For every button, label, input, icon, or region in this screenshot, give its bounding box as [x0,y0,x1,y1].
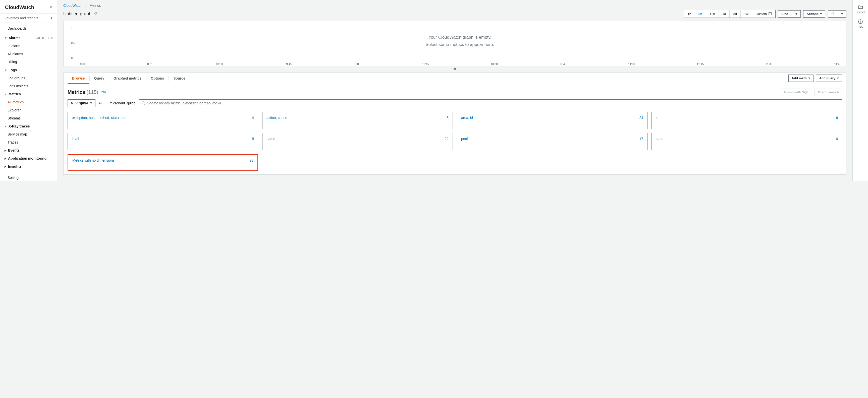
graph-type-select[interactable]: Line [778,10,801,18]
sidebar-item-all-metrics[interactable]: All metrics [0,98,57,106]
sidebar-group-metrics[interactable]: ▼ Metrics [0,90,57,98]
sidebar-item-dashboards[interactable]: Dashboards [0,24,57,32]
tab-browse[interactable]: Browse [68,73,89,84]
region-select[interactable]: N. Virginia [68,99,95,107]
alarm-badges: △0 ⊘0 ⊖0 [36,36,53,40]
chart-area: 1 0.5 0 Your CloudWatch graph is empty. … [63,21,846,66]
svg-text:i: i [860,20,861,23]
time-range-3d[interactable]: 3d [730,10,740,18]
y-tick: 0 [71,57,72,60]
close-icon[interactable]: ✕ [49,5,53,10]
alarm-badge-ok: ⊘0 [42,36,46,40]
refresh-icon [831,12,835,16]
search-input[interactable] [147,101,839,105]
sidebar: CloudWatch ✕ Favorites and recents Dashb… [0,0,57,181]
sidebar-group-logs[interactable]: ▼ Logs [0,66,57,74]
breadcrumb-root[interactable]: CloudWatch [63,3,82,7]
breadcrumb-sep-icon: › [105,101,107,105]
main-content: CloudWatch › Metrics Untitled graph 1h 3… [57,0,852,181]
dimension-card[interactable]: pool17 [457,133,648,150]
xray-label: X-Ray traces [8,124,30,128]
calendar-icon [768,12,772,16]
sidebar-group-xray[interactable]: ▼ X-Ray traces [0,122,57,130]
metric-search[interactable] [138,99,842,107]
tab-options[interactable]: Options [146,73,168,84]
search-icon [142,101,145,105]
actions-button[interactable]: Actions [803,10,825,18]
x-axis: 09:00 09:15 09:30 09:45 10:00 10:15 10:3… [79,62,841,66]
tab-query[interactable]: Query [90,73,109,84]
sidebar-item-settings[interactable]: Settings [0,174,57,181]
dimension-card[interactable]: area, id24 [457,112,648,129]
dimension-card[interactable]: id6 [651,112,842,129]
sidebar-item-logs-insights[interactable]: Logs Insights [0,82,57,90]
sidebar-item-all-alarms[interactable]: All alarms [0,50,57,58]
sidebar-group-events[interactable]: ▶ Events [0,146,57,154]
right-rail: Queries i Help [852,0,868,181]
metrics-heading: Metrics (115) [68,89,98,95]
breadcrumb-sep-icon: › [85,3,87,7]
dimension-card[interactable]: name22 [262,133,453,150]
add-query-button[interactable]: Add query [816,74,842,82]
y-tick: 1 [71,26,72,29]
y-tick: 0.5 [71,41,75,44]
namespace-root-link[interactable]: All [98,101,102,105]
time-range-custom[interactable]: Custom [752,10,776,18]
alarm-badge-triangle: △0 [36,36,40,40]
sidebar-item-billing[interactable]: Billing [0,58,57,66]
graph-search-button[interactable]: Graph search [814,89,842,96]
metrics-tabs-row: Browse Query Graphed metrics Options Sou… [63,72,846,84]
dimension-card[interactable]: state6 [651,133,842,150]
refresh-button[interactable] [828,10,838,18]
metrics-label: Metrics [8,92,21,96]
alarm-badge-insufficient: ⊖0 [48,36,53,40]
caret-right-icon: ▶ [4,149,6,152]
caret-down-icon: ▼ [4,69,7,71]
favorites-and-recents[interactable]: Favorites and recents [0,13,57,23]
favorites-label: Favorites and recents [4,16,38,20]
breadcrumb-leaf: Metrics [89,3,101,7]
add-math-button[interactable]: Add math [788,74,813,82]
sidebar-group-insights[interactable]: ▶ Insights [0,162,57,170]
time-range-1w[interactable]: 1w [741,10,752,18]
time-range-12h[interactable]: 12h [706,10,719,18]
refresh-options-button[interactable] [838,10,846,18]
time-range-1h[interactable]: 1h [684,10,695,18]
rail-help[interactable]: i Help [858,19,863,28]
sidebar-item-streams[interactable]: Streams [0,114,57,122]
caret-down-icon: ▼ [4,37,7,39]
graph-with-sql-button[interactable]: Graph with SQL [781,89,812,96]
dimension-card[interactable]: action, cause8 [262,112,453,129]
svg-line-5 [144,104,145,105]
caret-right-icon: ▶ [4,165,6,168]
sidebar-item-in-alarm[interactable]: In alarm [0,42,57,50]
tab-source[interactable]: Source [169,73,190,84]
alarms-label: Alarms [8,36,20,40]
sidebar-item-explorer[interactable]: Explorer [0,106,57,114]
caret-down-icon [808,77,810,79]
time-range-1d[interactable]: 1d [719,10,730,18]
dimension-card[interactable]: exception, host, method, status, uri4 [68,112,258,129]
sidebar-item-log-groups[interactable]: Log groups [0,74,57,82]
resize-handle[interactable]: 〓 [57,66,852,72]
caret-down-icon: ▼ [4,93,7,96]
dimension-card[interactable]: level5 [68,133,258,150]
sidebar-item-traces[interactable]: Traces [0,138,57,146]
tab-graphed-metrics[interactable]: Graphed metrics [109,73,146,84]
edit-icon[interactable] [93,12,97,16]
breadcrumb: CloudWatch › Metrics [57,0,852,9]
chart-empty-message: Your CloudWatch graph is empty. Select s… [79,34,841,48]
logs-label: Logs [8,68,17,72]
dimension-card-no-dimensions[interactable]: Metrics with no dimensions23 [68,154,258,171]
info-link[interactable]: Info [101,90,106,94]
svg-rect-0 [769,12,772,15]
time-range-3h[interactable]: 3h [695,10,706,18]
graph-title: Untitled graph [63,11,91,16]
sidebar-item-service-map[interactable]: Service map [0,130,57,138]
time-range-picker: 1h 3h 12h 1d 3d 1w Custom [684,10,776,18]
rail-queries[interactable]: Queries [856,4,865,13]
sidebar-group-alarms[interactable]: ▼ Alarms △0 ⊘0 ⊖0 [0,34,57,42]
caret-down-icon [820,13,822,15]
sidebar-group-app-monitoring[interactable]: ▶ Application monitoring [0,154,57,162]
caret-down-icon [796,13,798,15]
